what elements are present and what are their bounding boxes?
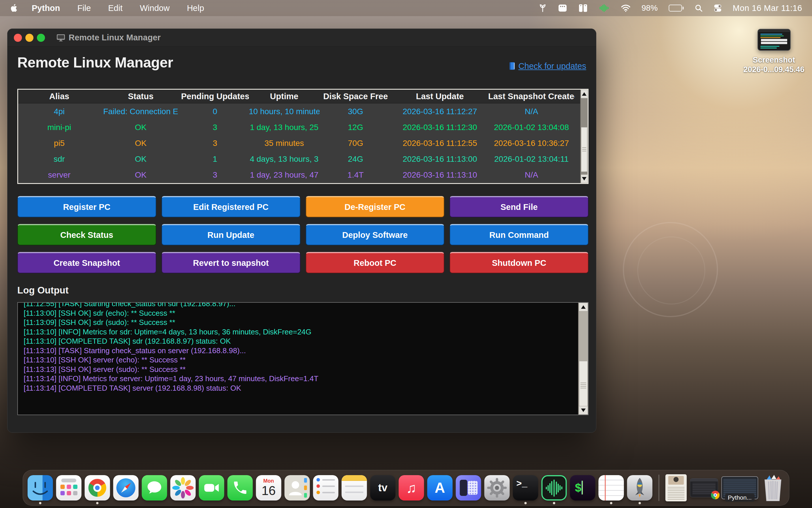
column-header-4: Disk Space Free bbox=[319, 92, 392, 101]
dock-icon-terminal[interactable]: >_ bbox=[513, 475, 538, 501]
dock-icon-notes[interactable] bbox=[342, 475, 367, 501]
running-indicator bbox=[524, 502, 527, 504]
edit-registered-pc-button[interactable]: Edit Registered PC bbox=[162, 196, 300, 217]
cell-disk_free: 1.4T bbox=[319, 170, 392, 180]
table-scroll-thumb[interactable] bbox=[581, 127, 587, 172]
cell-uptime: 4 days, 13 hours, 3 bbox=[249, 155, 319, 164]
desktop-file-screenshot[interactable]: Screenshot 2026-0...09.45.46 bbox=[736, 29, 812, 74]
dock-icon-contacts[interactable] bbox=[285, 475, 310, 501]
log-output-label: Log Output bbox=[17, 285, 69, 296]
running-indicator bbox=[639, 502, 641, 504]
column-header-5: Last Update bbox=[392, 92, 488, 101]
dock-icon-photos[interactable] bbox=[170, 475, 196, 501]
battery-icon[interactable] bbox=[669, 5, 684, 11]
cell-last_update: 2026-03-16 11:12:27 bbox=[392, 107, 488, 116]
dock-icon-safari[interactable] bbox=[113, 475, 139, 501]
wifi-icon[interactable] bbox=[621, 4, 631, 12]
zoom-button[interactable] bbox=[37, 34, 45, 42]
display-pair-icon[interactable] bbox=[578, 4, 588, 12]
reboot-pc-button[interactable]: Reboot PC bbox=[306, 252, 445, 273]
table-scroll-down-arrow[interactable] bbox=[581, 174, 588, 183]
check-for-updates-link[interactable]: Check for updates bbox=[509, 61, 586, 71]
dock-icon-facetime[interactable] bbox=[199, 475, 224, 501]
table-body: 4piFailed: Connection E010 hours, 10 min… bbox=[18, 103, 588, 183]
dock-icon-apple-tv[interactable]: tv bbox=[370, 475, 396, 501]
dock-icon-minimized-document-window[interactable] bbox=[666, 474, 687, 501]
dock-icon-trash[interactable] bbox=[762, 474, 784, 502]
menu-item-edit[interactable]: Edit bbox=[99, 3, 131, 13]
window-titlebar[interactable]: Remote Linux Manager bbox=[7, 29, 596, 47]
shutdown-pc-button[interactable]: Shutdown PC bbox=[450, 252, 589, 273]
dock-icon-finder[interactable] bbox=[28, 475, 53, 501]
dock-icon-minimized-chrome-window[interactable] bbox=[690, 478, 718, 497]
keyboard-icon[interactable] bbox=[558, 4, 567, 12]
log-scroll-up-arrow[interactable] bbox=[579, 303, 588, 311]
dock-icon-app-store[interactable]: A bbox=[427, 475, 453, 501]
cell-status: OK bbox=[100, 170, 181, 180]
dock-icon-audio-app[interactable] bbox=[542, 475, 567, 501]
cell-alias: server bbox=[18, 170, 100, 180]
check-for-updates-label: Check for updates bbox=[518, 61, 586, 71]
dock-separator bbox=[658, 474, 659, 501]
column-header-6: Last Snapshot Created bbox=[488, 92, 575, 101]
menu-bar-status: 98% Mon 16 Mar 11:16 bbox=[538, 3, 802, 13]
dock-icon-phone[interactable] bbox=[227, 475, 253, 501]
dock-icon-iphone-mirroring[interactable] bbox=[456, 475, 481, 501]
run-command-button[interactable]: Run Command bbox=[450, 224, 589, 245]
log-scroll-thumb[interactable] bbox=[579, 361, 588, 410]
log-scrollbar[interactable] bbox=[578, 303, 588, 415]
menu-bar-clock[interactable]: Mon 16 Mar 11:16 bbox=[733, 3, 802, 13]
cell-last_snapshot: 2026-01-02 13:04:08 bbox=[488, 123, 575, 132]
menu-item-window[interactable]: Window bbox=[131, 3, 178, 13]
dock-icon-messages[interactable] bbox=[142, 475, 167, 501]
table-row-mini-pi[interactable]: mini-piOK31 day, 13 hours, 2512G2026-03-… bbox=[18, 119, 588, 135]
de-register-pc-button[interactable]: De-Register PC bbox=[306, 196, 445, 217]
register-pc-button[interactable]: Register PC bbox=[17, 196, 156, 217]
table-row-4pi[interactable]: 4piFailed: Connection E010 hours, 10 min… bbox=[18, 103, 588, 119]
close-button[interactable] bbox=[14, 34, 22, 42]
log-scroll-down-arrow[interactable] bbox=[579, 406, 588, 415]
cell-last_snapshot: N/A bbox=[488, 107, 575, 116]
check-status-button[interactable]: Check Status bbox=[17, 224, 156, 245]
action-button-grid: Register PCEdit Registered PCDe-Register… bbox=[17, 196, 589, 273]
menu-item-help[interactable]: Help bbox=[178, 3, 213, 13]
table-row-pi5[interactable]: pi5OK335 minutes70G2026-03-16 11:12:5520… bbox=[18, 135, 588, 151]
log-line: [11:13:14] [INFO] Metrics for server: Up… bbox=[24, 374, 582, 383]
menu-item-file[interactable]: File bbox=[69, 3, 99, 13]
menu-item-python[interactable]: Python bbox=[24, 3, 69, 13]
dock-icon-launchpad[interactable] bbox=[56, 475, 82, 501]
minimize-button[interactable] bbox=[26, 34, 34, 42]
cell-last_snapshot: N/A bbox=[488, 170, 575, 180]
dock-icon-music[interactable]: ♫ bbox=[399, 475, 424, 501]
deploy-software-button[interactable]: Deploy Software bbox=[306, 224, 445, 245]
send-file-button[interactable]: Send File bbox=[450, 196, 589, 217]
search-icon[interactable] bbox=[695, 4, 703, 12]
dock-icon-textedit[interactable] bbox=[599, 475, 624, 501]
apple-menu-icon[interactable] bbox=[10, 2, 20, 14]
table-scroll-up-arrow[interactable] bbox=[581, 90, 588, 98]
table-row-sdr[interactable]: sdrOK14 days, 13 hours, 324G2026-03-16 1… bbox=[18, 151, 588, 167]
window-title: Remote Linux Manager bbox=[69, 33, 161, 42]
dock-icon-calendar[interactable]: Mon16 bbox=[256, 475, 282, 501]
control-center-icon[interactable] bbox=[714, 4, 722, 12]
table-scrollbar[interactable] bbox=[580, 90, 588, 183]
dock-icon-command-app[interactable]: $▏ bbox=[570, 475, 595, 501]
dock-icon-google-chrome[interactable] bbox=[85, 475, 110, 501]
dock-icon-minimized-python-window[interactable]: Python... bbox=[721, 476, 758, 499]
dock-icon-reminders[interactable] bbox=[313, 475, 339, 501]
dock-icon-system-settings[interactable] bbox=[484, 475, 510, 501]
run-update-button[interactable]: Run Update bbox=[162, 224, 300, 245]
create-snapshot-button[interactable]: Create Snapshot bbox=[17, 252, 156, 273]
cell-status: OK bbox=[100, 123, 181, 132]
revert-to-snapshot-button[interactable]: Revert to snapshot bbox=[162, 252, 300, 273]
table-row-server[interactable]: serverOK31 day, 23 hours, 471.4T2026-03-… bbox=[18, 167, 588, 183]
dock-icon-python-launcher[interactable] bbox=[627, 475, 652, 501]
waveform-icon[interactable] bbox=[599, 4, 610, 12]
menu-bar-left: PythonFileEditWindowHelp bbox=[10, 2, 213, 14]
cell-alias: sdr bbox=[18, 155, 100, 164]
log-output-area[interactable]: [11:12:55] [TASK] Starting check_status … bbox=[17, 302, 589, 415]
screenshot-thumbnail bbox=[758, 29, 790, 51]
branch-icon[interactable] bbox=[538, 4, 547, 12]
table-header-row: AliasStatusPending UpdatesUptimeDisk Spa… bbox=[18, 90, 588, 103]
calendar-day: 16 bbox=[256, 484, 282, 497]
